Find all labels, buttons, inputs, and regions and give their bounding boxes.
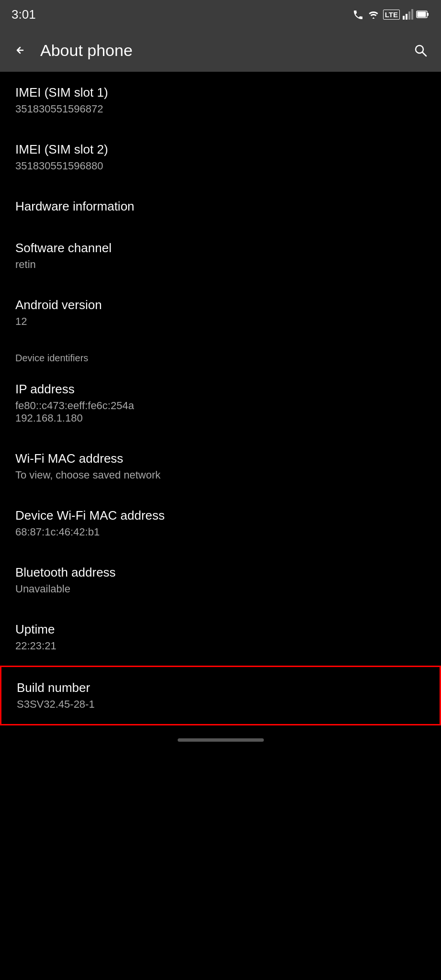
- status-bar: 3:01 LTE: [0, 0, 441, 29]
- list-item-build-number[interactable]: Build number S3SV32.45-28-1: [0, 666, 441, 725]
- list-item-ip-address[interactable]: IP address fe80::c473:eeff:fe6c:254a 192…: [0, 368, 441, 438]
- status-time: 3:01: [11, 7, 36, 22]
- wifi-mac-subtitle: To view, choose saved network: [15, 469, 426, 481]
- software-channel-subtitle: retin: [15, 258, 426, 271]
- imei1-title: IMEI (SIM slot 1): [15, 85, 426, 100]
- back-button[interactable]: [10, 40, 31, 61]
- svg-rect-0: [403, 16, 405, 20]
- svg-rect-2: [408, 11, 410, 20]
- list-item-hardware[interactable]: Hardware information: [0, 186, 441, 227]
- list-item-device-wifi-mac[interactable]: Device Wi-Fi MAC address 68:87:1c:46:42:…: [0, 495, 441, 552]
- app-bar: About phone: [0, 29, 441, 72]
- wifi-mac-title: Wi-Fi MAC address: [15, 451, 426, 466]
- device-wifi-mac-title: Device Wi-Fi MAC address: [15, 508, 426, 523]
- ip-address-title: IP address: [15, 382, 426, 397]
- list-item-software-channel[interactable]: Software channel retin: [0, 227, 441, 284]
- home-indicator[interactable]: [178, 738, 264, 742]
- imei2-subtitle: 351830551596880: [15, 160, 426, 172]
- imei2-title: IMEI (SIM slot 2): [15, 142, 426, 157]
- bluetooth-title: Bluetooth address: [15, 565, 426, 580]
- svg-line-8: [422, 52, 426, 56]
- svg-rect-6: [427, 13, 429, 16]
- list-item-imei1[interactable]: IMEI (SIM slot 1) 351830551596872: [0, 72, 441, 129]
- bluetooth-subtitle: Unavailable: [15, 583, 426, 595]
- signal-bars-icon: [403, 9, 413, 20]
- ip-address-subtitle-line1: fe80::c473:eeff:fe6c:254a: [15, 400, 426, 412]
- imei1-subtitle: 351830551596872: [15, 103, 426, 115]
- android-version-subtitle: 12: [15, 315, 426, 328]
- app-bar-left: About phone: [10, 40, 133, 61]
- search-button[interactable]: [409, 39, 431, 61]
- android-version-title: Android version: [15, 298, 426, 312]
- list-item-wifi-mac[interactable]: Wi-Fi MAC address To view, choose saved …: [0, 438, 441, 495]
- wifi-icon: [367, 9, 380, 20]
- list-item-bluetooth[interactable]: Bluetooth address Unavailable: [0, 552, 441, 609]
- page-title: About phone: [40, 41, 133, 60]
- status-icons: LTE: [352, 9, 430, 20]
- build-number-subtitle: S3SV32.45-28-1: [17, 698, 424, 711]
- uptime-title: Uptime: [15, 622, 426, 637]
- ip-address-subtitle-line2: 192.168.1.180: [15, 412, 426, 424]
- build-number-title: Build number: [17, 680, 424, 695]
- svg-rect-1: [406, 14, 407, 20]
- svg-rect-3: [411, 9, 413, 20]
- battery-icon: [416, 9, 430, 20]
- phone-signal-icon: [352, 9, 364, 20]
- uptime-subtitle: 22:23:21: [15, 640, 426, 652]
- list-item-uptime[interactable]: Uptime 22:23:21: [0, 609, 441, 666]
- device-wifi-mac-subtitle: 68:87:1c:46:42:b1: [15, 526, 426, 538]
- lte-icon: LTE: [383, 10, 400, 20]
- software-channel-title: Software channel: [15, 241, 426, 256]
- list-item-android-version[interactable]: Android version 12: [0, 284, 441, 341]
- content: IMEI (SIM slot 1) 351830551596872 IMEI (…: [0, 72, 441, 725]
- list-item-imei2[interactable]: IMEI (SIM slot 2) 351830551596880: [0, 129, 441, 186]
- hardware-title: Hardware information: [15, 199, 426, 214]
- bottom-bar: [0, 725, 441, 754]
- svg-rect-5: [418, 12, 426, 17]
- section-header-device-identifiers: Device identifiers: [0, 341, 441, 368]
